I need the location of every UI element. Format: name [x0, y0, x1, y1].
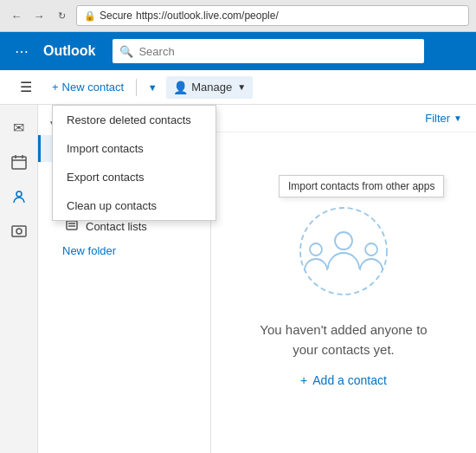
- filter-chevron-icon: ▼: [453, 113, 462, 123]
- export-contacts-label: Export contacts: [67, 171, 145, 184]
- cleanup-contacts-label: Clean up contacts: [67, 199, 157, 212]
- content-header: Filter ▼: [211, 105, 476, 133]
- export-contacts-item[interactable]: Export contacts: [53, 163, 215, 191]
- manage-icon: 👤: [173, 81, 188, 94]
- filter-label: Filter: [425, 112, 450, 125]
- search-input[interactable]: [138, 45, 417, 58]
- nav-photo-icon[interactable]: [3, 216, 35, 247]
- svg-point-15: [365, 243, 377, 256]
- command-bar: ☰ + New contact ▼ 👤 Manage ▼ Restore del…: [0, 70, 476, 105]
- svg-rect-5: [12, 226, 26, 236]
- manage-label: Manage: [191, 81, 232, 94]
- cleanup-contacts-item[interactable]: Clean up contacts: [53, 191, 215, 220]
- new-contact-button[interactable]: + New contact: [45, 76, 131, 98]
- manage-button[interactable]: 👤 Manage ▼: [166, 76, 253, 99]
- app-name: Outlook: [43, 43, 95, 59]
- contact-lists-icon: [65, 220, 79, 233]
- new-folder-link[interactable]: New folder: [38, 239, 210, 262]
- back-button[interactable]: ←: [7, 6, 26, 25]
- left-nav: ✉: [0, 105, 38, 453]
- import-contacts-item[interactable]: Import contacts: [53, 134, 215, 163]
- nav-mail-icon[interactable]: ✉: [3, 112, 35, 143]
- import-contacts-label: Import contacts: [67, 142, 144, 155]
- nav-people-icon[interactable]: [3, 181, 35, 212]
- import-tooltip: Import contacts from other apps: [279, 175, 444, 197]
- svg-rect-9: [67, 221, 77, 230]
- lock-icon: 🔒: [84, 10, 96, 22]
- reload-button[interactable]: ↻: [52, 6, 71, 25]
- content-area: Filter ▼: [211, 105, 476, 453]
- address-bar[interactable]: 🔒 Secure https://outlook.live.com/people…: [76, 5, 469, 26]
- add-plus-icon: +: [300, 373, 307, 387]
- filter-button[interactable]: Filter ▼: [425, 112, 462, 125]
- app-grid-icon[interactable]: ⋯: [9, 43, 35, 60]
- svg-point-13: [335, 232, 352, 249]
- sidebar-contact-lists-label: Contact lists: [86, 220, 147, 233]
- restore-contacts-item[interactable]: Restore deleted contacts: [53, 106, 215, 134]
- browser-nav-buttons: ← → ↻: [7, 6, 71, 25]
- svg-point-6: [16, 229, 22, 234]
- hamburger-button[interactable]: ☰: [14, 75, 38, 100]
- svg-point-4: [16, 191, 22, 197]
- restore-contacts-label: Restore deleted contacts: [67, 113, 191, 126]
- app: ⋯ Outlook 🔍 ☰ + New contact ▼ 👤 Manage ▼…: [0, 32, 476, 453]
- empty-illustration: [292, 199, 396, 303]
- browser-chrome: ← → ↻ 🔒 Secure https://outlook.live.com/…: [0, 0, 476, 32]
- address-url: https://outlook.live.com/people/: [136, 10, 279, 22]
- add-contact-label: Add a contact: [312, 373, 387, 387]
- empty-state-text: You haven't added anyone toyour contacts…: [260, 320, 427, 359]
- manage-chevron-icon: ▼: [237, 82, 246, 92]
- nav-calendar-icon[interactable]: [3, 146, 35, 178]
- svg-point-12: [300, 208, 387, 294]
- svg-point-14: [310, 243, 322, 256]
- forward-button[interactable]: →: [29, 6, 48, 25]
- new-contact-label: New contact: [62, 81, 125, 94]
- svg-rect-0: [12, 157, 26, 169]
- top-bar: ⋯ Outlook 🔍: [0, 32, 476, 70]
- address-text: Secure: [100, 10, 132, 22]
- plus-icon: +: [52, 81, 59, 94]
- new-contact-chevron[interactable]: ▼: [142, 75, 163, 100]
- manage-dropdown: Restore deleted contacts Import contacts…: [52, 105, 216, 221]
- search-box: 🔍: [113, 39, 424, 63]
- add-contact-button[interactable]: + Add a contact: [300, 373, 387, 387]
- search-icon: 🔍: [119, 45, 133, 58]
- command-bar-divider: [136, 79, 137, 96]
